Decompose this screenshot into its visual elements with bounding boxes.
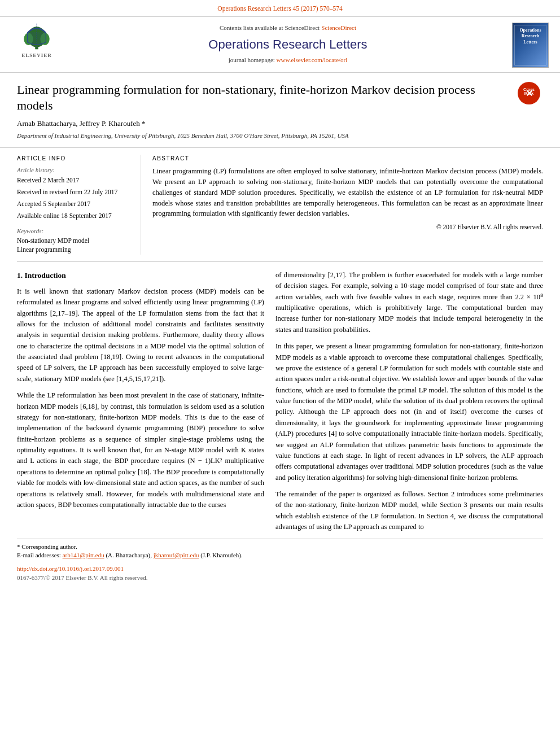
intro-para-1: It is well known that stationary Markov … xyxy=(17,286,264,385)
main-right-col: of dimensionality [2,17]. The problem is… xyxy=(275,270,543,533)
abstract-text: Linear programming (LP) formulations are… xyxy=(152,166,543,219)
main-content: 1. Introduction It is well known that st… xyxy=(0,262,560,539)
author-names: Arnab Bhattacharya, Jeffrey P. Kharoufeh… xyxy=(17,119,146,128)
journal-cover: Operations Research Letters xyxy=(512,23,549,68)
article-info-col: ARTICLE INFO Article history: Received 2… xyxy=(17,155,141,255)
svg-text:Mark: Mark xyxy=(524,91,533,95)
corresponding-author: * Corresponding author. xyxy=(17,543,543,552)
crossmark-icon: ✕ Cross Mark xyxy=(518,82,540,104)
issn-text: 0167-6377/© 2017 Elsevier B.V. All right… xyxy=(17,574,148,581)
journal-homepage: journal homepage: www.elsevier.com/locat… xyxy=(72,56,504,65)
email-2-link[interactable]: jkharouf@pitt.edu xyxy=(154,552,199,558)
keywords-label: Keywords: xyxy=(17,227,132,236)
cover-image: Operations Research Letters xyxy=(512,23,549,68)
article-title-section: Linear programming formulation for non-s… xyxy=(0,73,560,148)
cover-text: Operations Research Letters xyxy=(513,23,548,50)
right-para-1: of dimensionality [2,17]. The problem is… xyxy=(275,270,543,335)
keyword-2: Linear programming xyxy=(17,245,132,255)
copyright-notice: © 2017 Elsevier B.V. All rights reserved… xyxy=(152,222,543,232)
top-bar: Operations Research Letters 45 (2017) 57… xyxy=(0,0,560,17)
accepted-date: Accepted 5 September 2017 xyxy=(17,199,132,209)
emails-label: E-mail addresses: xyxy=(17,552,61,558)
elsevier-label: ELSEVIER xyxy=(21,52,52,59)
header-section: ELSEVIER Contents lists available at Sci… xyxy=(0,17,560,73)
doi-link[interactable]: http://dx.doi.org/10.1016/j.orl.2017.09.… xyxy=(17,565,124,572)
authors: Arnab Bhattacharya, Jeffrey P. Kharoufeh… xyxy=(17,119,543,129)
available-online: Available online 18 September 2017 xyxy=(17,211,132,221)
email-1-link[interactable]: arb141@pitt.edu xyxy=(63,552,104,558)
header-center: Contents lists available at ScienceDirec… xyxy=(72,23,504,65)
journal-title: Operations Research Letters xyxy=(72,36,504,54)
email-line: E-mail addresses: arb141@pitt.edu (A. Bh… xyxy=(17,551,543,560)
main-left-col: 1. Introduction It is well known that st… xyxy=(17,270,264,533)
right-para-2: In this paper, we present a linear progr… xyxy=(275,341,543,483)
footnote-area: * Corresponding author. E-mail addresses… xyxy=(17,539,543,563)
intro-para-2: While the LP reformulation has been most… xyxy=(17,390,264,510)
author-2-paren: (J.P. Kharoufeh). xyxy=(200,552,243,558)
right-para-3: The remainder of the paper is organized … xyxy=(275,489,543,533)
elsevier-logo: ELSEVIER xyxy=(11,23,62,59)
svg-text:Cross: Cross xyxy=(523,88,535,91)
abstract-col: ABSTRACT Linear programming (LP) formula… xyxy=(152,155,543,255)
article-info-heading: ARTICLE INFO xyxy=(17,155,132,163)
elsevier-tree-icon xyxy=(20,23,54,51)
keywords-section: Keywords: Non-stationary MDP model Linea… xyxy=(17,227,132,255)
intro-heading: 1. Introduction xyxy=(17,270,264,282)
crossmark-badge: ✕ Cross Mark xyxy=(518,82,543,107)
affiliation: Department of Industrial Engineering, Un… xyxy=(17,132,543,141)
article-info-abstract: ARTICLE INFO Article history: Received 2… xyxy=(0,148,560,261)
sciencedirect-link[interactable]: ScienceDirect xyxy=(321,24,356,31)
author-1-paren: (A. Bhattacharya), xyxy=(106,552,152,558)
received-date: Received 2 March 2017 xyxy=(17,175,132,186)
bottom-links: http://dx.doi.org/10.1016/j.orl.2017.09.… xyxy=(0,562,560,586)
homepage-link[interactable]: www.elsevier.com/locate/orl xyxy=(277,56,348,63)
abstract-heading: ABSTRACT xyxy=(152,155,543,163)
revised-date: Received in revised form 22 July 2017 xyxy=(17,187,132,198)
article-title: Linear programming formulation for non-s… xyxy=(17,82,480,114)
journal-volume-link[interactable]: Operations Research Letters 45 (2017) 57… xyxy=(217,5,342,12)
history-label: Article history: xyxy=(17,166,132,175)
keyword-1: Non-stationary MDP model xyxy=(17,236,132,246)
sciencedirect-text: Contents lists available at ScienceDirec… xyxy=(72,23,504,33)
